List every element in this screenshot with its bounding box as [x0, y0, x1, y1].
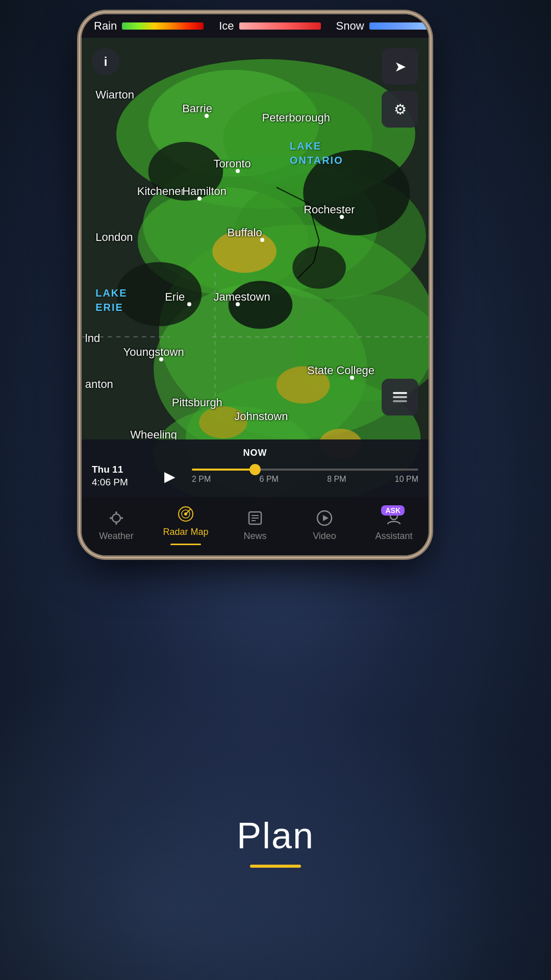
day-display: Thu 11	[92, 463, 148, 476]
tick-2pm: 2 PM	[192, 475, 211, 484]
settings-button[interactable]: ⚙	[382, 91, 418, 128]
nav-video-label: Video	[313, 531, 336, 542]
settings-icon: ⚙	[394, 101, 407, 118]
track-thumb[interactable]	[249, 464, 261, 475]
assistant-icon-wrap: ASK	[385, 509, 403, 527]
svg-marker-41	[323, 515, 329, 521]
nav-weather-label: Weather	[99, 531, 134, 542]
video-icon-wrap	[316, 509, 333, 527]
svg-point-19	[229, 281, 293, 329]
svg-point-17	[148, 142, 223, 201]
svg-point-12	[212, 230, 277, 273]
plan-title: Plan	[237, 815, 314, 856]
svg-point-28	[115, 511, 117, 513]
svg-rect-25	[393, 396, 407, 398]
nav-radar-label: Radar Map	[163, 527, 208, 537]
nav-video[interactable]: Video	[299, 509, 350, 542]
now-label: NOW	[92, 448, 418, 458]
svg-point-13	[277, 366, 330, 404]
map-controls: ➤ ⚙	[382, 48, 418, 128]
play-button[interactable]: ▶	[156, 462, 184, 490]
tick-8pm: 8 PM	[327, 475, 346, 484]
svg-rect-24	[393, 392, 407, 394]
time-display: Thu 11 4:06 PM	[92, 463, 148, 488]
nav-assistant[interactable]: ASK Assistant	[368, 509, 419, 542]
ask-badge: ASK	[381, 505, 405, 516]
bottom-navigation: Weather Radar Map	[82, 497, 429, 555]
radar-svg	[82, 38, 429, 497]
phone-inner: Rain Ice Snow	[82, 14, 429, 555]
svg-point-31	[121, 517, 123, 519]
radar-icon-wrap	[177, 505, 194, 523]
phone-frame: Rain Ice Snow	[82, 14, 429, 555]
news-icon	[246, 509, 264, 527]
news-icon-wrap	[246, 509, 264, 527]
play-icon: ▶	[164, 468, 176, 485]
snow-legend-item: Snow	[336, 19, 429, 33]
nav-weather[interactable]: Weather	[91, 509, 142, 542]
timeline-row: Thu 11 4:06 PM ▶ 2 PM 6 PM	[92, 462, 418, 490]
snow-legend-label: Snow	[336, 19, 364, 33]
nav-news-label: News	[243, 531, 266, 542]
nav-news[interactable]: News	[230, 509, 281, 542]
svg-point-16	[303, 150, 410, 235]
time-ticks: 2 PM 6 PM 8 PM 10 PM	[192, 475, 418, 484]
rain-legend-label: Rain	[94, 19, 117, 33]
svg-point-14	[199, 406, 247, 438]
info-button[interactable]: i	[92, 48, 119, 76]
track-fill	[192, 469, 255, 471]
legend-bar: Rain Ice Snow	[82, 14, 429, 38]
tick-10pm: 10 PM	[395, 475, 418, 484]
svg-point-18	[116, 262, 202, 327]
nav-assistant-label: Assistant	[375, 531, 412, 542]
ice-legend-item: Ice	[219, 19, 320, 33]
weather-icon	[108, 509, 125, 527]
video-icon	[316, 509, 333, 527]
timeline-bar: NOW Thu 11 4:06 PM ▶	[82, 439, 429, 497]
ice-legend-label: Ice	[219, 19, 234, 33]
radar-map-area[interactable]: i ➤ ⚙ Wiarton Barrie Peterborough Toront…	[82, 38, 429, 497]
ice-gradient	[239, 22, 321, 30]
radar-icon	[177, 505, 194, 523]
svg-point-29	[115, 523, 117, 525]
radar-active-indicator	[170, 544, 201, 545]
timeline-track[interactable]: 2 PM 6 PM 8 PM 10 PM	[192, 469, 418, 484]
plan-section: Plan	[237, 815, 314, 868]
rain-gradient	[122, 22, 204, 30]
tick-6pm: 6 PM	[260, 475, 279, 484]
navigation-button[interactable]: ➤	[382, 48, 418, 85]
svg-point-27	[112, 514, 120, 522]
svg-rect-26	[393, 400, 407, 402]
svg-point-20	[292, 246, 346, 289]
layers-icon	[391, 388, 409, 406]
snow-gradient	[369, 22, 429, 30]
rain-legend-item: Rain	[94, 19, 204, 33]
plan-underline	[250, 865, 301, 868]
nav-radar[interactable]: Radar Map	[160, 505, 211, 545]
time-value: 4:06 PM	[92, 476, 148, 489]
info-icon: i	[104, 55, 108, 69]
track-background	[192, 469, 418, 471]
navigation-icon: ➤	[394, 58, 406, 75]
background-clouds	[0, 623, 551, 980]
weather-icon-wrap	[108, 509, 125, 527]
layers-button[interactable]	[382, 379, 418, 415]
svg-point-30	[110, 517, 112, 519]
